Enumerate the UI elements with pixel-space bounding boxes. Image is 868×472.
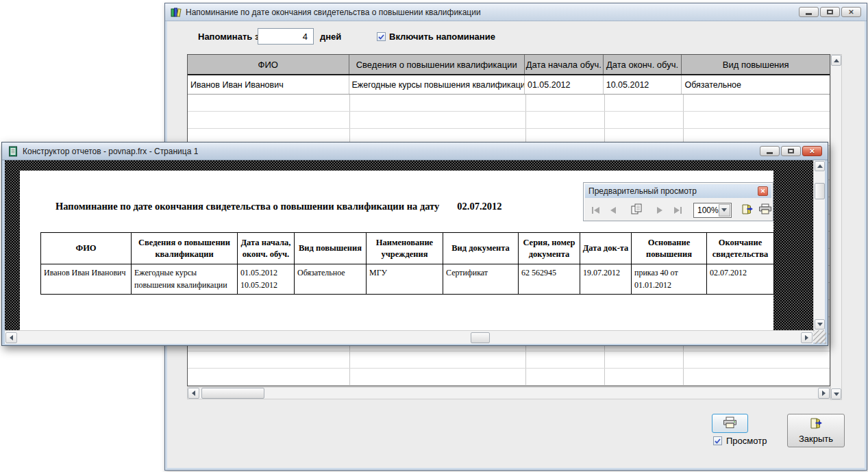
zoom-value: 100% [694, 206, 719, 215]
days-unit-label: дней [320, 32, 341, 42]
report-title-text: Напоминание по дате окончания свидетельс… [55, 201, 439, 212]
preview-close-button[interactable]: ✕ [758, 186, 768, 196]
scrollbar-thumb[interactable] [201, 388, 264, 399]
goto-page-button[interactable] [629, 202, 644, 219]
maximize-button[interactable] [820, 7, 840, 17]
scroll-down-icon [817, 323, 823, 326]
reminder-window-title: Напоминание по дате окончания свидетельс… [186, 8, 481, 17]
preview-canvas: Напоминание по дате окончания свидетельс… [5, 160, 813, 330]
zoom-combobox[interactable]: 100% [693, 203, 732, 218]
check-icon [378, 34, 384, 40]
first-page-icon [594, 207, 599, 214]
report-cell: Сертификат [443, 264, 519, 295]
last-page-button[interactable] [670, 202, 685, 219]
grid-cell[interactable]: Ежегодные курсы повышения квалификации [349, 75, 525, 94]
scroll-up-button[interactable] [815, 161, 825, 171]
maximize-button[interactable] [781, 146, 801, 156]
prev-page-icon [610, 207, 616, 214]
close-icon: ✕ [809, 148, 815, 155]
preview-checkbox[interactable] [713, 436, 722, 445]
report-titlebar[interactable]: Конструктор отчетов - povnap.frx - Стран… [2, 142, 828, 160]
scroll-left-button[interactable] [5, 332, 17, 343]
scroll-right-button[interactable] [801, 332, 813, 343]
report-header-row: ФИО Сведения о повышении квалификации Да… [41, 233, 774, 264]
grid-header-cell[interactable]: ФИО [188, 55, 349, 74]
report-col-header: Вид повышения [295, 233, 367, 264]
close-window-button[interactable]: Закрыть [787, 414, 845, 447]
check-icon [715, 438, 721, 444]
preview-horizontal-scrollbar[interactable] [5, 330, 813, 344]
last-page-icon [680, 207, 682, 214]
report-cell: Ежегодные курсы повышения квалификации [132, 264, 238, 295]
report-cell: 62 562945 [519, 264, 580, 295]
scrollbar-thumb[interactable] [815, 183, 825, 199]
report-col-header: Сведения о повышении квалификации [132, 233, 238, 264]
first-page-icon [592, 207, 593, 214]
close-button[interactable]: ✕ [841, 7, 861, 17]
first-page-button[interactable] [588, 202, 603, 219]
report-cell: 19.07.2012 [580, 264, 632, 295]
scroll-down-button[interactable] [815, 319, 825, 330]
preview-checkbox-label[interactable]: Просмотр [726, 436, 767, 446]
remind-for-label: Напоминать за [198, 32, 264, 42]
dropdown-arrow-icon [721, 208, 727, 212]
grid-empty-row [188, 369, 830, 386]
minimize-icon [806, 13, 812, 15]
print-preview-button[interactable] [758, 202, 773, 219]
grid-vertical-scrollbar[interactable] [830, 54, 842, 400]
grid-header-row: ФИО Сведения о повышении квалификации Да… [188, 55, 830, 75]
close-button[interactable]: ✕ [802, 146, 822, 156]
preview-toolbar: Предварительный просмотр ✕ [583, 182, 773, 221]
report-window-title: Конструктор отчетов - povnap.frx - Стран… [23, 147, 198, 156]
report-window: Конструктор отчетов - povnap.frx - Стран… [1, 142, 828, 346]
grid-cell[interactable]: 10.05.2012 [604, 75, 682, 94]
enable-reminder-label[interactable]: Включить напоминание [389, 32, 495, 42]
close-icon: ✕ [848, 9, 854, 16]
resize-grip[interactable] [813, 330, 826, 344]
exit-preview-button[interactable] [740, 202, 755, 219]
minimize-button[interactable] [799, 7, 819, 17]
enable-reminder-checkbox[interactable] [377, 32, 386, 41]
scroll-down-button[interactable] [831, 388, 841, 399]
scrollbar-thumb[interactable] [471, 332, 490, 343]
report-cell: МГУ [367, 264, 443, 295]
print-button[interactable] [712, 414, 748, 433]
report-cell: Иванов Иван Иванович [41, 264, 132, 295]
grid-horizontal-scrollbar[interactable] [187, 387, 830, 399]
exit-preview-icon [741, 203, 754, 217]
caption-buttons: ✕ [799, 7, 861, 17]
exit-door-icon [809, 417, 823, 432]
scroll-left-button[interactable] [188, 388, 199, 399]
grid-cell[interactable]: 01.05.2012 [525, 75, 604, 94]
grid-header-cell[interactable]: Дата оконч. обуч. [604, 55, 682, 74]
books-icon [171, 7, 182, 18]
grid-data-row[interactable]: Иванов Иван Иванович Ежегодные курсы пов… [188, 75, 830, 95]
report-col-header: Серия, номер документа [519, 233, 580, 264]
reminder-titlebar[interactable]: Напоминание по дате окончания свидетельс… [165, 3, 867, 21]
report-cell: 02.07.2012 [707, 264, 774, 295]
report-client-area: Напоминание по дате окончания свидетельс… [5, 160, 825, 343]
grid-cell[interactable]: Иванов Иван Иванович [188, 75, 349, 94]
preview-vertical-scrollbar[interactable] [813, 160, 825, 330]
scroll-right-button[interactable] [818, 388, 830, 399]
days-input[interactable] [258, 28, 314, 45]
preview-toolbar-title: Предварительный просмотр [588, 186, 697, 196]
grid-header-cell[interactable]: Дата начала обуч. [525, 55, 604, 74]
report-cell: 01.05.2012 10.05.2012 [238, 264, 295, 295]
scroll-up-icon [834, 59, 839, 62]
minimize-button[interactable] [760, 146, 780, 156]
zoom-dropdown-button[interactable] [719, 204, 730, 216]
report-cell: приказ 40 от 01.01.2012 [632, 264, 707, 295]
scroll-right-icon [805, 335, 808, 340]
grid-cell[interactable]: Обязательное [682, 75, 830, 94]
maximize-icon [788, 149, 794, 153]
prev-page-button[interactable] [606, 202, 621, 219]
grid-header-cell[interactable]: Вид повышения [682, 55, 830, 74]
scroll-down-icon [834, 393, 839, 396]
scroll-right-icon [822, 390, 826, 396]
next-page-icon [657, 207, 662, 214]
preview-toolbar-titlebar[interactable]: Предварительный просмотр ✕ [585, 184, 771, 198]
scroll-up-button[interactable] [831, 55, 841, 66]
grid-header-cell[interactable]: Сведения о повышении квалификации [349, 55, 525, 74]
next-page-button[interactable] [652, 202, 667, 219]
